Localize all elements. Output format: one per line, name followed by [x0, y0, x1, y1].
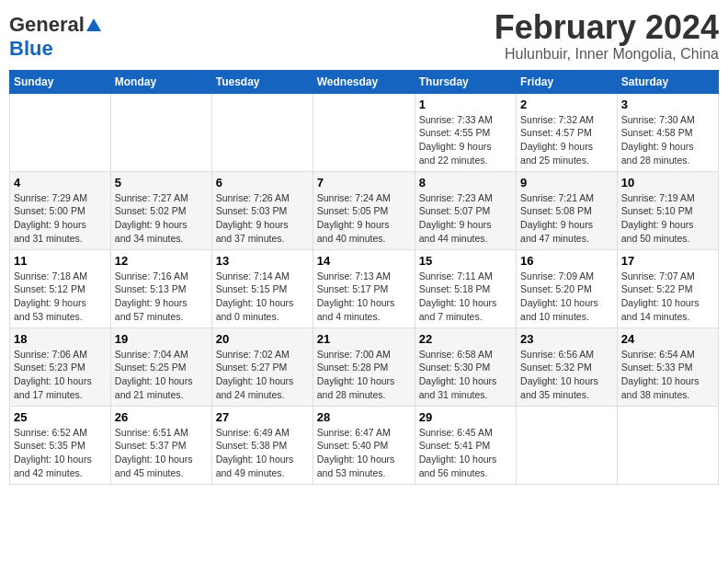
day-number: 16: [520, 254, 613, 268]
page-header: General Blue February 2024 Hulunbuir, In…: [9, 9, 719, 63]
calendar-day-cell: 13Sunrise: 7:14 AM Sunset: 5:15 PM Dayli…: [211, 249, 313, 327]
day-number: 19: [115, 332, 208, 346]
title-area: February 2024 Hulunbuir, Inner Mongolia,…: [495, 9, 719, 63]
day-info: Sunrise: 7:24 AM Sunset: 5:05 PM Dayligh…: [317, 191, 411, 246]
calendar-day-cell: 9Sunrise: 7:21 AM Sunset: 5:08 PM Daylig…: [517, 171, 618, 249]
day-info: Sunrise: 7:09 AM Sunset: 5:20 PM Dayligh…: [520, 270, 613, 324]
day-number: 18: [14, 332, 107, 346]
day-info: Sunrise: 6:45 AM Sunset: 5:41 PM Dayligh…: [419, 426, 512, 480]
day-number: 13: [216, 254, 309, 268]
logo: General Blue: [9, 9, 101, 61]
day-info: Sunrise: 7:33 AM Sunset: 4:55 PM Dayligh…: [419, 113, 512, 167]
day-info: Sunrise: 7:13 AM Sunset: 5:17 PM Dayligh…: [317, 270, 411, 324]
logo-triangle-icon: [86, 18, 101, 31]
calendar-day-cell: 6Sunrise: 7:26 AM Sunset: 5:03 PM Daylig…: [211, 171, 313, 249]
day-number: 5: [115, 176, 208, 190]
logo-blue-text: Blue: [9, 37, 53, 61]
logo-general-text: General: [9, 13, 85, 37]
day-number: 12: [115, 254, 208, 268]
calendar-day-cell: 10Sunrise: 7:19 AM Sunset: 5:10 PM Dayli…: [617, 171, 718, 249]
day-number: 15: [419, 254, 512, 268]
day-info: Sunrise: 7:04 AM Sunset: 5:25 PM Dayligh…: [115, 348, 208, 402]
day-of-week-header: Friday: [517, 70, 618, 93]
day-number: 3: [621, 98, 714, 111]
day-number: 24: [621, 332, 714, 346]
calendar-day-cell: 16Sunrise: 7:09 AM Sunset: 5:20 PM Dayli…: [517, 249, 618, 327]
calendar-day-cell: 20Sunrise: 7:02 AM Sunset: 5:27 PM Dayli…: [211, 327, 313, 406]
day-number: 25: [14, 410, 107, 424]
calendar-day-cell: 7Sunrise: 7:24 AM Sunset: 5:05 PM Daylig…: [313, 171, 415, 249]
day-number: 8: [419, 176, 512, 190]
calendar-day-cell: 4Sunrise: 7:29 AM Sunset: 5:00 PM Daylig…: [10, 171, 111, 249]
calendar-day-cell: 28Sunrise: 6:47 AM Sunset: 5:40 PM Dayli…: [313, 406, 415, 484]
calendar-day-cell: 5Sunrise: 7:27 AM Sunset: 5:02 PM Daylig…: [110, 171, 211, 249]
calendar-day-cell: 25Sunrise: 6:52 AM Sunset: 5:35 PM Dayli…: [10, 406, 111, 484]
day-info: Sunrise: 7:26 AM Sunset: 5:03 PM Dayligh…: [216, 191, 309, 246]
calendar-day-cell: 22Sunrise: 6:58 AM Sunset: 5:30 PM Dayli…: [415, 327, 516, 406]
day-info: Sunrise: 6:47 AM Sunset: 5:40 PM Dayligh…: [317, 426, 411, 480]
day-number: 14: [317, 254, 411, 268]
calendar-day-cell: [313, 93, 415, 171]
day-info: Sunrise: 6:56 AM Sunset: 5:32 PM Dayligh…: [520, 348, 613, 402]
calendar-day-cell: 8Sunrise: 7:23 AM Sunset: 5:07 PM Daylig…: [415, 171, 516, 249]
day-number: 27: [216, 410, 309, 424]
page-subtitle: Hulunbuir, Inner Mongolia, China: [495, 46, 719, 63]
day-of-week-header: Sunday: [10, 70, 111, 93]
day-of-week-header: Monday: [110, 70, 211, 93]
day-number: 17: [621, 254, 714, 268]
day-number: 29: [419, 410, 512, 424]
day-info: Sunrise: 7:19 AM Sunset: 5:10 PM Dayligh…: [621, 191, 714, 246]
day-info: Sunrise: 6:49 AM Sunset: 5:38 PM Dayligh…: [216, 426, 309, 480]
calendar-day-cell: 14Sunrise: 7:13 AM Sunset: 5:17 PM Dayli…: [313, 249, 415, 327]
day-info: Sunrise: 7:21 AM Sunset: 5:08 PM Dayligh…: [520, 191, 613, 246]
calendar-day-cell: 1Sunrise: 7:33 AM Sunset: 4:55 PM Daylig…: [415, 93, 516, 171]
day-info: Sunrise: 7:23 AM Sunset: 5:07 PM Dayligh…: [419, 191, 512, 246]
day-number: 11: [14, 254, 107, 268]
day-number: 9: [520, 176, 613, 190]
day-info: Sunrise: 7:27 AM Sunset: 5:02 PM Dayligh…: [115, 191, 208, 246]
calendar-day-cell: [211, 93, 313, 171]
day-of-week-header: Thursday: [415, 70, 516, 93]
calendar-day-cell: [10, 93, 111, 171]
day-number: 4: [14, 176, 107, 190]
calendar-day-cell: 17Sunrise: 7:07 AM Sunset: 5:22 PM Dayli…: [617, 249, 718, 327]
calendar-week-row: 18Sunrise: 7:06 AM Sunset: 5:23 PM Dayli…: [10, 327, 719, 406]
calendar-day-cell: 23Sunrise: 6:56 AM Sunset: 5:32 PM Dayli…: [517, 327, 618, 406]
calendar-header-row: SundayMondayTuesdayWednesdayThursdayFrid…: [10, 70, 719, 93]
calendar-table: SundayMondayTuesdayWednesdayThursdayFrid…: [9, 70, 719, 485]
page-title: February 2024: [495, 9, 719, 46]
day-info: Sunrise: 7:06 AM Sunset: 5:23 PM Dayligh…: [14, 348, 107, 402]
day-info: Sunrise: 7:07 AM Sunset: 5:22 PM Dayligh…: [621, 270, 714, 324]
calendar-week-row: 11Sunrise: 7:18 AM Sunset: 5:12 PM Dayli…: [10, 249, 719, 327]
day-of-week-header: Tuesday: [211, 70, 313, 93]
day-number: 2: [520, 98, 613, 111]
day-number: 23: [520, 332, 613, 346]
calendar-day-cell: [110, 93, 211, 171]
day-number: 22: [419, 332, 512, 346]
calendar-day-cell: 3Sunrise: 7:30 AM Sunset: 4:58 PM Daylig…: [617, 93, 718, 171]
day-number: 10: [621, 176, 714, 190]
day-info: Sunrise: 7:30 AM Sunset: 4:58 PM Dayligh…: [621, 113, 714, 167]
calendar-day-cell: [617, 406, 718, 484]
day-of-week-header: Wednesday: [313, 70, 415, 93]
calendar-day-cell: [517, 406, 618, 484]
day-info: Sunrise: 7:02 AM Sunset: 5:27 PM Dayligh…: [216, 348, 309, 402]
calendar-day-cell: 11Sunrise: 7:18 AM Sunset: 5:12 PM Dayli…: [10, 249, 111, 327]
day-number: 1: [419, 98, 512, 111]
day-of-week-header: Saturday: [617, 70, 718, 93]
calendar-day-cell: 19Sunrise: 7:04 AM Sunset: 5:25 PM Dayli…: [110, 327, 211, 406]
calendar-day-cell: 21Sunrise: 7:00 AM Sunset: 5:28 PM Dayli…: [313, 327, 415, 406]
day-info: Sunrise: 7:14 AM Sunset: 5:15 PM Dayligh…: [216, 270, 309, 324]
calendar-day-cell: 15Sunrise: 7:11 AM Sunset: 5:18 PM Dayli…: [415, 249, 516, 327]
day-info: Sunrise: 6:52 AM Sunset: 5:35 PM Dayligh…: [14, 426, 107, 480]
day-number: 28: [317, 410, 411, 424]
day-number: 26: [115, 410, 208, 424]
calendar-day-cell: 12Sunrise: 7:16 AM Sunset: 5:13 PM Dayli…: [110, 249, 211, 327]
calendar-day-cell: 24Sunrise: 6:54 AM Sunset: 5:33 PM Dayli…: [617, 327, 718, 406]
calendar-week-row: 4Sunrise: 7:29 AM Sunset: 5:00 PM Daylig…: [10, 171, 719, 249]
calendar-day-cell: 2Sunrise: 7:32 AM Sunset: 4:57 PM Daylig…: [517, 93, 618, 171]
day-info: Sunrise: 7:29 AM Sunset: 5:00 PM Dayligh…: [14, 191, 107, 246]
calendar-week-row: 25Sunrise: 6:52 AM Sunset: 5:35 PM Dayli…: [10, 406, 719, 484]
day-info: Sunrise: 6:58 AM Sunset: 5:30 PM Dayligh…: [419, 348, 512, 402]
day-number: 21: [317, 332, 411, 346]
